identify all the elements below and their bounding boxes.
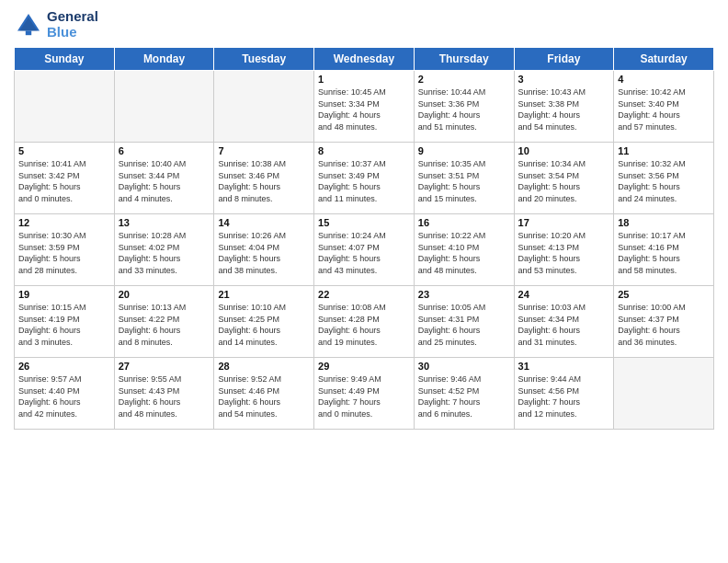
calendar-cell: 25Sunrise: 10:00 AM Sunset: 4:37 PM Dayl… — [614, 286, 714, 358]
calendar-cell: 15Sunrise: 10:24 AM Sunset: 4:07 PM Dayl… — [314, 214, 415, 286]
calendar-cell: 20Sunrise: 10:13 AM Sunset: 4:22 PM Dayl… — [114, 286, 214, 358]
day-number: 4 — [618, 74, 710, 85]
calendar-cell: 17Sunrise: 10:20 AM Sunset: 4:13 PM Dayl… — [514, 214, 614, 286]
calendar-cell: 21Sunrise: 10:10 AM Sunset: 4:25 PM Dayl… — [214, 286, 314, 358]
calendar-cell: 22Sunrise: 10:08 AM Sunset: 4:28 PM Dayl… — [314, 286, 415, 358]
calendar-cell: 9Sunrise: 10:35 AM Sunset: 3:51 PM Dayli… — [414, 143, 514, 214]
day-number: 12 — [18, 217, 110, 228]
day-number: 6 — [119, 145, 210, 156]
calendar-cell: 19Sunrise: 10:15 AM Sunset: 4:19 PM Dayl… — [15, 286, 115, 358]
day-info: Sunrise: 10:44 AM Sunset: 3:36 PM Daylig… — [418, 86, 510, 132]
logo-icon — [14, 10, 43, 40]
day-info: Sunrise: 10:28 AM Sunset: 4:02 PM Daylig… — [119, 230, 210, 276]
calendar-cell: 13Sunrise: 10:28 AM Sunset: 4:02 PM Dayl… — [114, 214, 214, 286]
day-number: 11 — [618, 145, 710, 156]
calendar-cell: 30Sunrise: 9:46 AM Sunset: 4:52 PM Dayli… — [414, 358, 514, 430]
day-info: Sunrise: 10:45 AM Sunset: 3:34 PM Daylig… — [318, 86, 410, 132]
page-header: General Blue — [14, 9, 714, 40]
calendar-cell: 6Sunrise: 10:40 AM Sunset: 3:44 PM Dayli… — [114, 143, 214, 214]
weekday-header-wednesday: Wednesday — [314, 48, 415, 71]
day-number: 19 — [18, 289, 110, 300]
calendar-cell — [614, 358, 714, 430]
weekday-header-friday: Friday — [514, 48, 614, 71]
day-info: Sunrise: 10:13 AM Sunset: 4:22 PM Daylig… — [119, 302, 210, 348]
day-info: Sunrise: 10:10 AM Sunset: 4:25 PM Daylig… — [218, 302, 310, 348]
calendar-cell: 4Sunrise: 10:42 AM Sunset: 3:40 PM Dayli… — [614, 71, 714, 143]
day-number: 2 — [418, 74, 510, 85]
calendar-table: SundayMondayTuesdayWednesdayThursdayFrid… — [14, 47, 714, 430]
logo-line1: General — [47, 9, 98, 25]
svg-rect-2 — [26, 30, 31, 35]
day-number: 27 — [119, 361, 210, 372]
calendar-cell: 7Sunrise: 10:38 AM Sunset: 3:46 PM Dayli… — [214, 143, 314, 214]
calendar-cell: 2Sunrise: 10:44 AM Sunset: 3:36 PM Dayli… — [414, 71, 514, 143]
day-info: Sunrise: 10:37 AM Sunset: 3:49 PM Daylig… — [318, 158, 410, 204]
calendar-cell: 28Sunrise: 9:52 AM Sunset: 4:46 PM Dayli… — [214, 358, 314, 430]
day-number: 1 — [318, 74, 410, 85]
weekday-header-sunday: Sunday — [15, 48, 115, 71]
day-number: 29 — [318, 361, 410, 372]
day-info: Sunrise: 10:08 AM Sunset: 4:28 PM Daylig… — [318, 302, 410, 348]
calendar-cell: 26Sunrise: 9:57 AM Sunset: 4:40 PM Dayli… — [15, 358, 115, 430]
day-info: Sunrise: 10:38 AM Sunset: 3:46 PM Daylig… — [218, 158, 310, 204]
calendar-cell: 24Sunrise: 10:03 AM Sunset: 4:34 PM Dayl… — [514, 286, 614, 358]
day-number: 30 — [418, 361, 510, 372]
day-info: Sunrise: 10:32 AM Sunset: 3:56 PM Daylig… — [618, 158, 710, 204]
day-number: 31 — [518, 361, 610, 372]
day-number: 25 — [618, 289, 710, 300]
day-number: 17 — [518, 217, 610, 228]
day-number: 10 — [518, 145, 610, 156]
day-number: 13 — [119, 217, 210, 228]
day-number: 18 — [618, 217, 710, 228]
calendar-cell — [15, 71, 115, 143]
day-info: Sunrise: 10:05 AM Sunset: 4:31 PM Daylig… — [418, 302, 510, 348]
day-info: Sunrise: 10:34 AM Sunset: 3:54 PM Daylig… — [518, 158, 610, 204]
day-info: Sunrise: 10:00 AM Sunset: 4:37 PM Daylig… — [618, 302, 710, 348]
day-number: 26 — [18, 361, 110, 372]
weekday-header-thursday: Thursday — [414, 48, 514, 71]
calendar-cell: 8Sunrise: 10:37 AM Sunset: 3:49 PM Dayli… — [314, 143, 415, 214]
calendar-week-5: 26Sunrise: 9:57 AM Sunset: 4:40 PM Dayli… — [15, 358, 714, 430]
calendar-cell — [214, 71, 314, 143]
day-number: 20 — [119, 289, 210, 300]
calendar-cell: 31Sunrise: 9:44 AM Sunset: 4:56 PM Dayli… — [514, 358, 614, 430]
day-number: 7 — [218, 145, 310, 156]
calendar-week-4: 19Sunrise: 10:15 AM Sunset: 4:19 PM Dayl… — [15, 286, 714, 358]
day-number: 9 — [418, 145, 510, 156]
calendar-cell: 11Sunrise: 10:32 AM Sunset: 3:56 PM Dayl… — [614, 143, 714, 214]
day-info: Sunrise: 10:15 AM Sunset: 4:19 PM Daylig… — [18, 302, 110, 348]
day-info: Sunrise: 10:42 AM Sunset: 3:40 PM Daylig… — [618, 86, 710, 132]
calendar-cell: 23Sunrise: 10:05 AM Sunset: 4:31 PM Dayl… — [414, 286, 514, 358]
day-info: Sunrise: 10:26 AM Sunset: 4:04 PM Daylig… — [218, 230, 310, 276]
day-info: Sunrise: 10:30 AM Sunset: 3:59 PM Daylig… — [18, 230, 110, 276]
calendar-week-2: 5Sunrise: 10:41 AM Sunset: 3:42 PM Dayli… — [15, 143, 714, 214]
day-number: 23 — [418, 289, 510, 300]
logo-line2: Blue — [47, 25, 98, 40]
calendar-week-3: 12Sunrise: 10:30 AM Sunset: 3:59 PM Dayl… — [15, 214, 714, 286]
weekday-header-monday: Monday — [114, 48, 214, 71]
calendar-cell: 18Sunrise: 10:17 AM Sunset: 4:16 PM Dayl… — [614, 214, 714, 286]
calendar-cell: 12Sunrise: 10:30 AM Sunset: 3:59 PM Dayl… — [15, 214, 115, 286]
day-info: Sunrise: 9:44 AM Sunset: 4:56 PM Dayligh… — [518, 373, 610, 419]
day-info: Sunrise: 10:03 AM Sunset: 4:34 PM Daylig… — [518, 302, 610, 348]
day-number: 3 — [518, 74, 610, 85]
day-info: Sunrise: 10:43 AM Sunset: 3:38 PM Daylig… — [518, 86, 610, 132]
day-info: Sunrise: 10:40 AM Sunset: 3:44 PM Daylig… — [119, 158, 210, 204]
day-info: Sunrise: 10:35 AM Sunset: 3:51 PM Daylig… — [418, 158, 510, 204]
calendar-cell: 10Sunrise: 10:34 AM Sunset: 3:54 PM Dayl… — [514, 143, 614, 214]
logo: General Blue — [14, 9, 98, 40]
day-info: Sunrise: 10:24 AM Sunset: 4:07 PM Daylig… — [318, 230, 410, 276]
calendar-week-1: 1Sunrise: 10:45 AM Sunset: 3:34 PM Dayli… — [15, 71, 714, 143]
day-number: 22 — [318, 289, 410, 300]
day-info: Sunrise: 10:17 AM Sunset: 4:16 PM Daylig… — [618, 230, 710, 276]
day-info: Sunrise: 9:46 AM Sunset: 4:52 PM Dayligh… — [418, 373, 510, 419]
calendar-cell: 14Sunrise: 10:26 AM Sunset: 4:04 PM Dayl… — [214, 214, 314, 286]
day-number: 16 — [418, 217, 510, 228]
day-number: 21 — [218, 289, 310, 300]
day-info: Sunrise: 9:52 AM Sunset: 4:46 PM Dayligh… — [218, 373, 310, 419]
calendar-cell — [114, 71, 214, 143]
calendar-cell: 27Sunrise: 9:55 AM Sunset: 4:43 PM Dayli… — [114, 358, 214, 430]
calendar-cell: 3Sunrise: 10:43 AM Sunset: 3:38 PM Dayli… — [514, 71, 614, 143]
day-info: Sunrise: 9:55 AM Sunset: 4:43 PM Dayligh… — [119, 373, 210, 419]
day-number: 14 — [218, 217, 310, 228]
